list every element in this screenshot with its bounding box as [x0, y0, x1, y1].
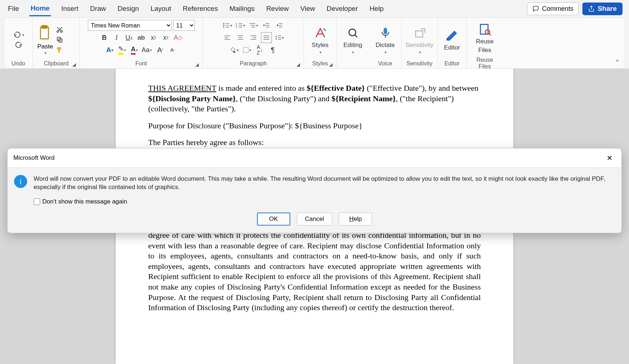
collapse-ribbon-button[interactable]: ⌄ [615, 55, 620, 63]
multilevel-list-button[interactable]: ▾ [248, 20, 259, 31]
redo-button[interactable] [14, 41, 22, 48]
help-button[interactable]: Help [339, 213, 372, 226]
svg-rect-2 [42, 25, 47, 28]
clipboard-group-label: Clipboard [37, 60, 76, 68]
svg-point-9 [223, 23, 224, 24]
dont-show-again-label[interactable]: Don't show this message again [34, 198, 615, 205]
dont-show-again-checkbox[interactable] [34, 198, 40, 205]
format-painter-button[interactable] [56, 46, 63, 53]
cut-button[interactable] [56, 26, 63, 33]
svg-rect-46 [243, 47, 248, 52]
styles-button[interactable]: Styles▾ [307, 23, 333, 56]
sensitivity-button[interactable]: Sensitivity▾ [401, 23, 438, 56]
font-group-label: Font [84, 60, 199, 68]
tab-draw[interactable]: Draw [89, 2, 107, 16]
clipboard-launcher[interactable]: ◢ [72, 62, 77, 67]
tab-home[interactable]: Home [29, 1, 51, 16]
comments-label: Comments [542, 5, 573, 13]
reuse-files-button[interactable]: Reuse Files [471, 20, 498, 56]
paragraph-launcher[interactable]: ◢ [296, 62, 301, 67]
strikethrough-button[interactable]: ab [136, 32, 147, 43]
editor-icon [445, 28, 459, 43]
info-icon: i [14, 175, 27, 188]
dialog-message: Word will now convert your PDF to an edi… [34, 175, 615, 192]
reuse-files-group-label: Reuse Files [470, 56, 499, 70]
svg-point-3 [57, 31, 59, 33]
italic-button[interactable]: I [111, 32, 122, 43]
bold-button[interactable]: B [99, 32, 110, 43]
font-size-select[interactable]: 11 [173, 20, 195, 31]
font-color-button[interactable]: A▾ [129, 44, 140, 55]
comments-button[interactable]: Comments [527, 3, 579, 15]
tab-insert[interactable]: Insert [60, 2, 80, 16]
change-case-button[interactable]: Aa▾ [141, 44, 152, 55]
cancel-button[interactable]: Cancel [297, 213, 333, 226]
sort-button[interactable]: AZ↓ [254, 44, 265, 55]
decrease-indent-button[interactable] [261, 20, 272, 31]
svg-rect-51 [415, 31, 423, 37]
doc-this-agreement: THIS AGREEMENT [148, 83, 216, 93]
svg-point-11 [223, 25, 224, 26]
increase-indent-button[interactable] [274, 20, 285, 31]
tab-developer[interactable]: Developer [325, 2, 360, 16]
align-left-button[interactable] [222, 32, 233, 43]
justify-button[interactable] [261, 32, 272, 43]
shrink-font-button[interactable]: A^ [167, 44, 178, 55]
editor-button[interactable]: Editor [440, 26, 464, 53]
tab-design[interactable]: Design [116, 2, 140, 16]
tab-mailings[interactable]: Mailings [228, 2, 256, 16]
share-label: Share [598, 5, 617, 13]
svg-line-48 [355, 35, 357, 37]
tab-references[interactable]: References [181, 2, 219, 16]
tab-layout[interactable]: Layout [149, 2, 172, 16]
clear-formatting-button[interactable]: A◇ [173, 32, 184, 43]
svg-point-4 [61, 31, 63, 33]
search-icon [346, 26, 360, 40]
svg-text:3: 3 [236, 26, 237, 28]
dictate-button[interactable]: Dictate▾ [371, 23, 399, 56]
grow-font-button[interactable]: A^ [155, 44, 166, 55]
tab-review[interactable]: Review [265, 2, 290, 16]
superscript-button[interactable]: x2 [161, 32, 171, 43]
tab-help[interactable]: Help [368, 2, 385, 16]
subscript-button[interactable]: x2 [148, 32, 159, 43]
dialog-close-button[interactable]: ✕ [604, 152, 616, 164]
undo-button[interactable]: ▾ [13, 31, 24, 38]
svg-rect-52 [480, 25, 488, 34]
bullets-button[interactable]: ▾ [222, 20, 233, 31]
text-effects-button[interactable]: A▾ [104, 44, 115, 55]
tab-view[interactable]: View [299, 2, 317, 16]
underline-button[interactable]: U▾ [124, 32, 134, 43]
line-spacing-button[interactable]: ▾ [274, 32, 285, 43]
svg-point-13 [223, 27, 224, 28]
styles-icon [313, 26, 328, 40]
ok-button[interactable]: OK [257, 213, 290, 226]
align-center-button[interactable] [235, 32, 246, 43]
font-launcher[interactable]: ◢ [195, 62, 200, 67]
share-button[interactable]: Share [582, 3, 622, 15]
reuse-files-icon [478, 22, 492, 37]
sensitivity-group-label: Sensitivity [405, 60, 434, 68]
tab-file[interactable]: File [7, 2, 21, 16]
svg-rect-49 [384, 28, 387, 34]
copy-button[interactable] [56, 36, 63, 43]
highlight-button[interactable]: ✎▾ [117, 44, 128, 55]
numbering-button[interactable]: 123▾ [235, 20, 246, 31]
paste-icon [37, 25, 54, 42]
undo-group-label: Undo [8, 60, 29, 68]
editing-button[interactable]: Editing▾ [339, 23, 367, 56]
font-name-select[interactable]: Times New Roman [88, 20, 172, 31]
styles-launcher[interactable]: ◢ [329, 62, 334, 67]
svg-point-47 [349, 29, 356, 36]
show-marks-button[interactable]: ¶ [268, 44, 278, 55]
dialog-title: Microsoft Word [13, 154, 55, 162]
share-icon [588, 5, 595, 12]
ribbon-tabs: File Home Insert Draw Design Layout Refe… [0, 0, 629, 17]
svg-line-54 [489, 34, 491, 35]
borders-button[interactable]: ▾ [241, 44, 252, 55]
paste-button[interactable]: Paste ▾ [37, 25, 54, 55]
align-right-button[interactable] [248, 32, 259, 43]
ribbon: ▾ Undo Paste ▾ Clipboard ◢ [4, 17, 625, 69]
shading-button[interactable]: ▾ [228, 44, 239, 55]
editor-group-label: Editor [441, 60, 463, 68]
